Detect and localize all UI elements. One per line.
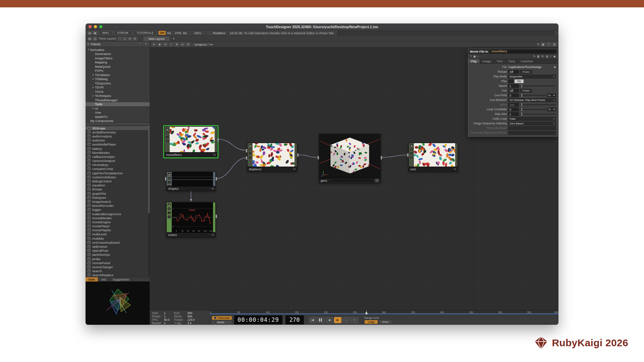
palette-component-battery[interactable]: battery [86, 146, 150, 150]
input-connector[interactable] [407, 153, 409, 157]
frame-decrement-button[interactable]: – [342, 317, 350, 323]
palette-component-debugcontrol[interactable]: debugControl [86, 179, 150, 183]
layout-two-rows-icon[interactable]: ⊟ [128, 37, 132, 41]
palette-splitter[interactable] [86, 123, 150, 125]
palette-component-logger[interactable]: logger [86, 208, 150, 212]
play-button[interactable]: ▶ [334, 317, 341, 323]
number-field[interactable]: 0 [508, 94, 519, 97]
toggle-value-field[interactable]: Off [508, 70, 519, 74]
add-node-button[interactable]: + [375, 179, 379, 182]
palette-tree-item-mapping[interactable]: Mapping [86, 60, 150, 65]
tab-new-layout[interactable]: New Layout [144, 37, 170, 41]
param-slider[interactable] [520, 95, 546, 96]
param-slider[interactable] [520, 85, 556, 86]
palette-tree-item-imagefilters[interactable]: ImageFilters [86, 56, 150, 60]
export-flag-icon[interactable]: → [248, 152, 252, 155]
palette-tree-item-threadmanager[interactable]: ThreadManager [86, 98, 150, 102]
palette-tree-item-metaquest[interactable]: MetaQuest [86, 64, 150, 69]
jump-to-start-button[interactable]: |◀ [309, 317, 316, 323]
list-view-icon[interactable]: ≣ [552, 42, 557, 47]
palette-component-arcballgeometry[interactable]: arcBallGeometry [86, 130, 150, 134]
input-connector[interactable] [246, 156, 247, 160]
timeline-field-value-t-sig[interactable]: 4 4 [187, 321, 200, 325]
palette-close-button[interactable]: ✕ [144, 42, 148, 46]
viewer-flag-icon[interactable]: ◉ [410, 144, 413, 147]
add-flag-icon[interactable]: + [248, 156, 252, 159]
parameter-tab-common[interactable]: Common [518, 59, 536, 63]
range-once-button[interactable]: Once [379, 320, 392, 324]
dropdown-field[interactable] [508, 131, 556, 135]
node-geo1[interactable]: geo1+ [319, 134, 381, 183]
viewer-toggle-icon[interactable]: ▣ [473, 55, 476, 58]
menubar-field[interactable] [337, 31, 554, 35]
output-connector[interactable] [217, 138, 219, 141]
node-moviefilein1[interactable]: ◉✎→+moviefilein1▫ ⊞ [164, 126, 217, 157]
timeline-field-value-fps[interactable]: 60.0 [164, 318, 174, 321]
input-connector[interactable] [165, 177, 166, 181]
menu-link-wiki[interactable]: WIKI [99, 31, 112, 35]
number-field[interactable]: 396 [508, 103, 519, 107]
help-icon[interactable]: ? [470, 55, 472, 58]
add-flag-icon[interactable]: + [410, 156, 413, 159]
edit-flag-icon[interactable]: ✎ [165, 131, 169, 135]
param-slider[interactable] [520, 114, 556, 115]
edit-icon[interactable]: ✎ [533, 55, 535, 58]
palette-component-audioset[interactable]: audioSet [86, 138, 150, 142]
reload-icon[interactable]: ⟳ [541, 55, 544, 58]
expand-arrow-icon[interactable]: ▸ [92, 107, 95, 110]
current-frame-display[interactable]: 270 [285, 315, 304, 324]
timeline-field-value-start[interactable]: 1 [164, 311, 174, 315]
palette-component-multimix[interactable]: multiMix [86, 236, 150, 240]
edit-flag-icon[interactable]: ✎ [167, 207, 171, 210]
search-icon[interactable]: ◎ [180, 42, 185, 47]
palette-component-onscreenkeyboard[interactable]: onScreenKeyboard [86, 240, 150, 244]
palette-tab-info[interactable]: Info [98, 277, 110, 282]
edit-flag-icon[interactable]: ✎ [410, 148, 413, 151]
parameter-tab-tune[interactable]: Tune [505, 59, 518, 63]
palette-component-probe[interactable]: probe [86, 257, 150, 261]
playhead-handle[interactable] [366, 312, 367, 314]
time-mode-beats-button[interactable]: Beats [212, 320, 232, 324]
palette-component-automediaplayer[interactable]: autoMediaPlayer [86, 142, 150, 146]
palette-tree-item-generators[interactable]: Generators [86, 52, 150, 56]
param-slider[interactable] [520, 104, 556, 105]
palette-component-opbrowser[interactable]: opBrowser [86, 244, 150, 248]
add-flag-icon[interactable]: + [165, 139, 169, 143]
export-flag-icon[interactable]: → [167, 211, 171, 215]
palette-component-movieengine[interactable]: movieEngine [86, 220, 150, 224]
palette-tree-item-my-components[interactable]: My Components [86, 119, 150, 123]
scrollbar-thumb[interactable] [148, 125, 150, 213]
app-menu-icon[interactable]: ▤ [88, 31, 92, 35]
parameter-tab-trim[interactable]: Trim [494, 59, 506, 63]
export-flag-icon[interactable]: → [410, 152, 413, 155]
breadcrumb-path[interactable]: / project1 / >> [194, 43, 213, 46]
palette-pin-icon[interactable]: ⊡ [87, 43, 90, 46]
viewer-flag-icon[interactable]: ◉ [167, 173, 171, 176]
toggle-value-field[interactable]: Off [508, 89, 519, 93]
palette-component-cameraviewport[interactable]: cameraViewport [86, 159, 150, 163]
palette-component-movieplayer[interactable]: moviePlayer [86, 224, 150, 228]
export-flag-icon[interactable]: → [165, 135, 169, 139]
comment-icon[interactable]: ◧ [537, 55, 540, 58]
viewer-flag-icon[interactable]: ◉ [165, 127, 169, 131]
output-connector[interactable] [381, 156, 382, 160]
number-field[interactable]: 1 [508, 112, 519, 116]
palette-component-blendmodes[interactable]: blendModes [86, 150, 150, 155]
palette-tree-item-pops[interactable]: POPs [86, 69, 150, 73]
info-icon[interactable]: i [478, 55, 478, 58]
palette-component-particlesgpu[interactable]: particlesGpu [86, 253, 150, 257]
palette-tree-item-tdableton[interactable]: ▸TDAbleton [86, 73, 150, 77]
add-layout-button[interactable]: + [171, 37, 176, 41]
time-mode-timecode-button[interactable]: ✓Timecode [212, 316, 232, 320]
palette-component-searchreplace[interactable]: searchReplace [86, 273, 150, 277]
menu-link-forum[interactable]: FORUM [114, 31, 132, 35]
palette-component-multilevel[interactable]: multiLevel [86, 232, 150, 236]
palette-tree-item-ui[interactable]: ▸UI [86, 106, 150, 111]
number-field[interactable]: 1 [508, 84, 519, 88]
palette-tree-item-techniques[interactable]: ▸Techniques [86, 94, 150, 98]
palette-component-customattributes[interactable]: customAttributes [86, 175, 150, 179]
palette-component-3dscope[interactable]: 3DScope [86, 126, 150, 130]
palette-component-search[interactable]: search [86, 269, 150, 273]
perf-monitor-badge[interactable]: OH [159, 31, 166, 35]
expand-parameters-icon[interactable]: ▥ [546, 55, 548, 58]
